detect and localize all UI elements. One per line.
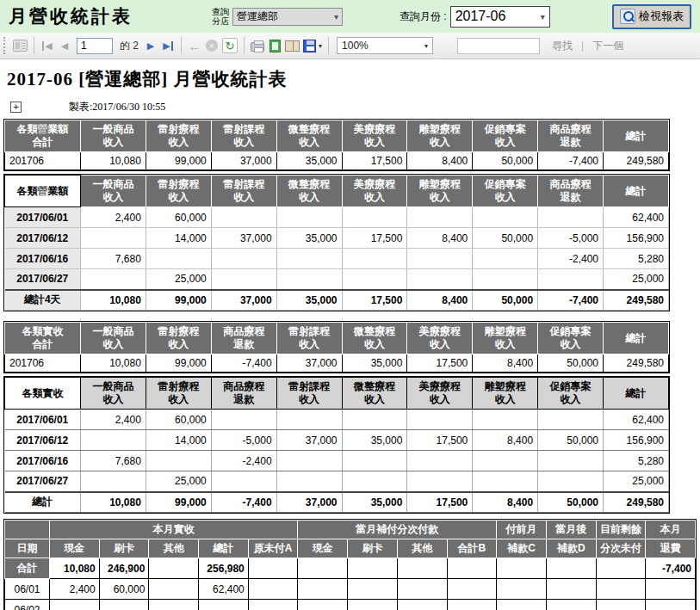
find-next-link[interactable]: 下一個 [592,39,623,53]
page-setup-button[interactable] [283,36,301,55]
cell-value [81,471,146,492]
zoom-select[interactable]: 100% ▾ [337,37,433,54]
column-header: 原未付A [248,539,298,558]
report-meta-row: + 製表:2017/06/30 10:55 [10,100,700,114]
cell-value [473,207,538,228]
column-header: 總計 [604,378,669,410]
cell-value: 249,580 [604,492,669,513]
cell-value: 10,080 [81,354,146,373]
last-page-button[interactable]: ▶ [159,36,177,55]
find-text-input[interactable] [457,38,540,54]
cell-value: 10,080 [50,558,100,579]
cell-value: 62,400 [199,579,249,600]
column-header: 刷卡 [99,539,149,558]
next-page-button[interactable]: ▶ [142,36,159,55]
column-header: 各類營業額 合計 [5,120,81,152]
find-link[interactable]: 尋找 [552,39,573,53]
cell-value: -7,400 [211,354,276,373]
link-separator: | [581,40,584,52]
row-label: 2017/06/16 [5,249,81,269]
cell-value [81,430,146,451]
column-header: 雷射課程 收入 [211,120,276,152]
column-header: 美療療程 收入 [407,378,473,410]
cell-value [342,207,407,228]
cell-value [497,579,547,600]
cell-value: 99,000 [146,492,211,513]
cell-value: 25,000 [146,269,211,290]
column-header: 雷射療程 收入 [146,176,211,207]
cell-value [248,600,298,610]
cell-value: 2,400 [81,207,146,228]
cell-value: 50,000 [473,228,538,249]
cell-value [407,207,473,228]
column-header: 刷卡 [348,539,398,558]
cell-value: 2,400 [50,579,100,600]
row-label: 06/01 [5,579,50,600]
view-report-button[interactable]: 檢視報表 [612,4,691,29]
column-header: 微整療程 收入 [342,378,407,410]
chevron-down-icon: ▾ [334,12,338,22]
column-header: 合計B [447,539,497,558]
cell-value [99,600,149,610]
month-select[interactable]: 2017-06 ▾ [450,6,550,28]
cell-value [447,558,497,579]
received-daily-table: 各類實收 一般商品 收入 雷射療程 收入 商品療程 退款 雷射課程 收入 微整療… [4,377,669,513]
refresh-button[interactable]: ↻ [220,36,239,55]
cell-value [546,558,596,579]
last-page-icon: ▶ [163,41,172,51]
table-row: 2017/06/012,40060,00062,400 [5,207,669,228]
cell-value: 17,500 [342,152,407,170]
column-header: 商品療程 退款 [211,378,276,410]
table-row: 06/02 [5,600,696,610]
column-header: 雕塑療程 收入 [473,323,538,354]
back-button[interactable]: ← [186,36,203,55]
cell-value: 17,500 [407,430,473,451]
document-map-button[interactable] [11,36,29,55]
back-arrow-icon: ← [189,40,201,52]
cell-value [397,579,447,600]
table-row: 總計10,08099,000-7,40037,00035,00017,5008,… [5,492,669,513]
branch-select[interactable]: 營運總部 ▾ [232,8,343,26]
app-title: 月營收統計表 [9,4,133,28]
cell-value: 37,000 [276,354,342,373]
expand-toggle-icon[interactable]: + [10,102,22,113]
cell-value: -5,000 [211,430,276,451]
column-header: 一般商品 收入 [81,176,146,207]
column-header: 一般商品 收入 [81,378,146,410]
row-label: 2017/06/12 [5,228,81,249]
column-header: 現金 [298,539,348,558]
page-number-input[interactable] [77,38,113,54]
cell-value [276,207,342,228]
column-header: 雕塑療程 收入 [473,378,538,410]
column-header: 各類實收 合計 [5,323,81,354]
sales-daily-table: 各類營業額 一般商品 收入 雷射療程 收入 雷射課程 收入 微整療程 收入 美療… [4,175,669,311]
first-page-button[interactable]: ◀ [39,36,56,55]
column-header: 總計 [604,323,669,354]
table-row: 20170610,08099,000-7,40037,00035,00017,5… [5,354,669,373]
branch-select-value: 營運總部 [237,9,278,24]
header-row: 各類營業額 合計 一般商品 收入 雷射療程 收入 雷射課程 收入 微整療程 收入… [5,120,669,152]
cell-value: 99,000 [146,354,211,373]
column-header: 現金 [50,539,100,558]
group-header-row: 本月實收 當月補付分次付款 付前月 當月後 目前剩餘 本月 [5,521,696,539]
cell-value: 8,400 [407,228,473,249]
month-query-label: 查詢月份 : [400,9,447,24]
print-layout-button[interactable] [266,36,283,55]
print-button[interactable] [249,36,266,55]
export-button[interactable]: ▾ [301,36,324,55]
cell-value [211,269,276,290]
previous-page-button[interactable]: ◀ [56,36,73,55]
cell-value: 37,000 [276,492,342,513]
toolbar-grip[interactable] [3,37,7,54]
table-row: 2017/06/167,680-2,4005,280 [5,249,669,269]
column-group-header: 目前剩餘 [596,521,646,539]
sales-summary-table: 各類營業額 合計 一般商品 收入 雷射療程 收入 雷射課程 收入 微整療程 收入… [4,120,669,170]
magnifier-document-icon [620,9,635,24]
column-header: 分次未付 [596,539,646,558]
column-header: 總計 [604,176,669,207]
cell-value: 10,080 [81,152,146,170]
cell-value [538,269,604,290]
column-header: 總計 [199,539,249,558]
stop-button[interactable]: × [203,36,220,55]
column-header: 雕塑療程 收入 [407,120,473,152]
